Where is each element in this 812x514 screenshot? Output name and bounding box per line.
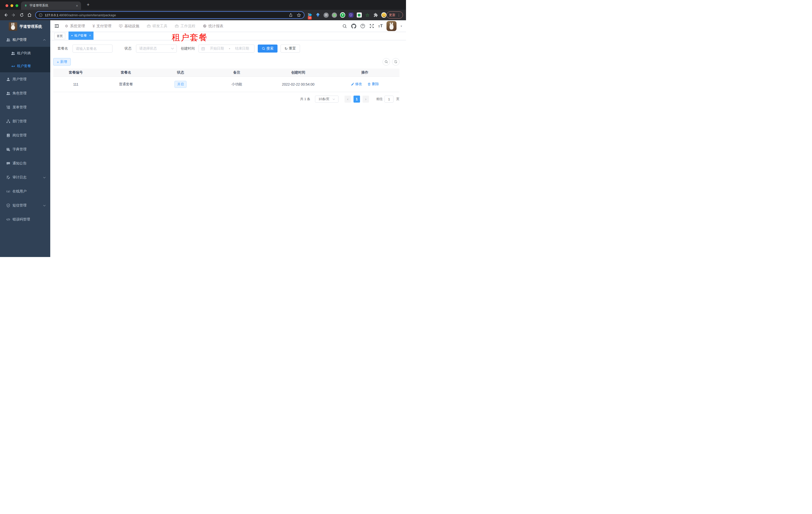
sidebar-item-user-management[interactable]: 用户管理 bbox=[0, 72, 50, 86]
font-size-icon[interactable]: TT bbox=[378, 24, 383, 28]
users-icon bbox=[11, 51, 15, 55]
sidebar-item-online-users[interactable]: 在线用户 bbox=[0, 184, 50, 198]
date-range-picker[interactable]: 开始日期 - 结束日期 bbox=[199, 45, 255, 53]
close-window-button[interactable] bbox=[5, 4, 8, 7]
chrome-update-button[interactable]: 更新 ⋮ bbox=[386, 11, 403, 19]
macos-traffic-lights[interactable] bbox=[5, 4, 18, 7]
page-size-select[interactable]: 10条/页 bbox=[315, 96, 339, 103]
nav-item-report[interactable]: 统计报表 bbox=[203, 24, 223, 29]
sidebar-item-label: 审计日志 bbox=[12, 175, 27, 180]
search-icon[interactable] bbox=[342, 24, 347, 29]
extension-badge: 10 bbox=[308, 16, 312, 20]
end-date-placeholder[interactable]: 结束日期 bbox=[232, 46, 252, 51]
reload-icon[interactable] bbox=[19, 12, 24, 18]
edit-link-label: 修改 bbox=[355, 82, 362, 86]
page-1-button[interactable]: 1 bbox=[353, 96, 360, 103]
nav-item-label: 支付管理 bbox=[96, 24, 111, 29]
profile-avatar-icon[interactable] bbox=[381, 12, 386, 18]
table-toolbar: + 新增 bbox=[53, 58, 400, 65]
tag-tenant-package[interactable]: ● 租户套餐 × bbox=[68, 31, 93, 40]
refresh-table-button[interactable] bbox=[392, 58, 400, 65]
tab-close-icon[interactable]: × bbox=[76, 4, 79, 8]
online-user-icon bbox=[6, 189, 10, 193]
extension-dot-icon[interactable] bbox=[332, 12, 337, 18]
edit-note-icon bbox=[6, 175, 10, 180]
sidebar-item-dict-management[interactable]: 字典管理 bbox=[0, 142, 50, 156]
goto-page-input[interactable] bbox=[384, 96, 394, 103]
sidebar-item-tenant-list[interactable]: 租户列表 bbox=[0, 47, 50, 59]
status-select[interactable]: 请选择状态 bbox=[136, 45, 177, 53]
avatar-caret-down-icon[interactable]: ▾ bbox=[401, 25, 402, 28]
zoom-window-button[interactable] bbox=[16, 4, 18, 7]
extension-green-square-icon[interactable] bbox=[356, 12, 362, 18]
forward-icon[interactable] bbox=[11, 12, 16, 18]
fullscreen-icon[interactable] bbox=[369, 24, 374, 29]
show-search-toggle-button[interactable] bbox=[382, 58, 390, 65]
nav-item-pay[interactable]: ¥ 支付管理 bbox=[92, 24, 111, 29]
dictionary-book-icon bbox=[6, 147, 10, 152]
edit-link[interactable]: 修改 bbox=[351, 82, 362, 86]
sidebar-item-post-management[interactable]: 岗位管理 bbox=[0, 128, 50, 142]
bookmark-star-icon[interactable] bbox=[297, 13, 301, 17]
new-tab-button[interactable]: + bbox=[87, 2, 89, 7]
sidebar-item-menu-management[interactable]: 菜单管理 bbox=[0, 100, 50, 114]
user-avatar[interactable] bbox=[386, 21, 397, 31]
home-icon[interactable] bbox=[27, 12, 32, 18]
extension-kite-icon[interactable] bbox=[315, 12, 320, 18]
reset-button[interactable]: ↻ 重置 bbox=[281, 45, 300, 53]
tag-close-icon[interactable]: × bbox=[89, 34, 91, 37]
nav-item-system[interactable]: 系统管理 bbox=[64, 24, 85, 29]
sidebar-item-error-code[interactable]: 错误码管理 bbox=[0, 213, 50, 226]
chevron-down-icon bbox=[43, 177, 46, 179]
nav-item-dev-tools[interactable]: 研发工具 bbox=[147, 24, 167, 29]
minimize-window-button[interactable] bbox=[10, 4, 13, 7]
sidebar-item-dept-management[interactable]: 部门管理 bbox=[0, 114, 50, 128]
cell-remark: 小功能 bbox=[207, 82, 266, 87]
sidebar-item-sms-management[interactable]: 短信管理 bbox=[0, 198, 50, 213]
extension-y-icon[interactable]: Y bbox=[340, 12, 345, 18]
share-icon[interactable] bbox=[289, 13, 293, 17]
next-page-button[interactable]: › bbox=[362, 96, 369, 103]
collapse-sidebar-icon[interactable] bbox=[54, 24, 59, 29]
top-nav: 系统管理 ¥ 支付管理 基础设施 研发工具 工作流程 bbox=[64, 24, 223, 29]
sidebar-item-label: 错误码管理 bbox=[12, 217, 30, 222]
sidebar-item-label: 部门管理 bbox=[12, 119, 27, 124]
delete-link[interactable]: 删除 bbox=[368, 82, 379, 86]
chrome-menu-icon[interactable]: ⋮ bbox=[397, 13, 401, 17]
start-date-placeholder[interactable]: 开始日期 bbox=[207, 46, 227, 51]
github-icon[interactable] bbox=[351, 24, 356, 29]
favicon-leaf-icon bbox=[24, 4, 28, 7]
help-icon[interactable] bbox=[360, 24, 365, 29]
site-info-icon[interactable] bbox=[39, 13, 42, 17]
tag-home[interactable]: 首页 bbox=[54, 33, 65, 39]
extensions-puzzle-icon[interactable] bbox=[373, 12, 378, 18]
back-icon[interactable] bbox=[3, 12, 8, 18]
extension-star-icon[interactable]: ☆ bbox=[365, 12, 370, 18]
extension-shield-icon[interactable] bbox=[348, 12, 353, 18]
shield-check-icon bbox=[6, 204, 10, 208]
extension-modheader-icon[interactable]: 10 bbox=[307, 12, 312, 18]
cell-package-name: 普通套餐 bbox=[98, 82, 154, 87]
prev-page-button[interactable]: ‹ bbox=[345, 96, 351, 103]
sidebar-item-audit-log[interactable]: 审计日志 bbox=[0, 170, 50, 184]
table-row[interactable]: 111 普通套餐 开启 小功能 2022-02-22 00:54:00 修改 删… bbox=[53, 77, 400, 92]
package-name-input[interactable] bbox=[72, 45, 113, 53]
nav-item-infra[interactable]: 基础设施 bbox=[119, 24, 139, 29]
app-logo[interactable]: 芋道管理系统 bbox=[0, 20, 50, 33]
url-text[interactable]: 127.0.0.1:48080/admin-ui/system/tenant/p… bbox=[45, 13, 289, 17]
sidebar-item-tenant-management[interactable]: 租户管理 bbox=[0, 33, 50, 47]
tab-title: 芋道管理系统 bbox=[29, 3, 76, 8]
address-bar[interactable]: 127.0.0.1:48080/admin-ui/system/tenant/p… bbox=[35, 11, 304, 19]
sidebar-item-role-management[interactable]: 角色管理 bbox=[0, 86, 50, 100]
search-button-label: 搜索 bbox=[266, 46, 273, 51]
extension-command-icon[interactable]: ⌘ bbox=[323, 12, 329, 18]
sidebar-item-tenant-package[interactable]: 租户套餐 bbox=[0, 59, 50, 72]
nav-item-workflow[interactable]: 工作流程 bbox=[175, 24, 195, 29]
add-button[interactable]: + 新增 bbox=[53, 58, 71, 65]
status-badge[interactable]: 开启 bbox=[174, 81, 186, 88]
sidebar: 芋道管理系统 租户管理 租户列表 租户套餐 用户管理 角色管理 bbox=[0, 20, 50, 257]
gear-icon bbox=[64, 24, 68, 28]
browser-tab[interactable]: 芋道管理系统 × bbox=[21, 1, 81, 10]
sidebar-item-notice[interactable]: 通知公告 bbox=[0, 156, 50, 170]
search-button[interactable]: 搜索 bbox=[258, 45, 278, 53]
